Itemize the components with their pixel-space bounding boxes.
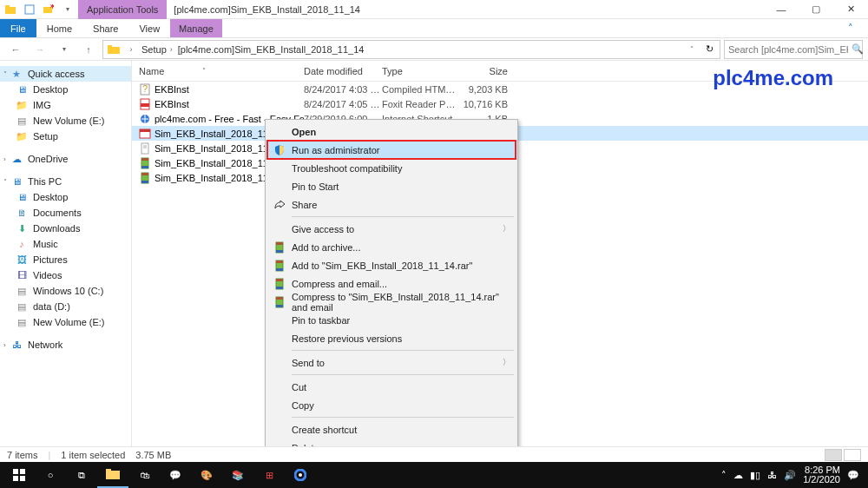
qat-dropdown-icon[interactable]: ▾ (59, 1, 76, 18)
ctx-cut[interactable]: Cut (267, 378, 516, 396)
up-button[interactable]: ↑ (78, 40, 99, 59)
explorer-icon[interactable] (97, 462, 128, 488)
file-icon (139, 98, 151, 110)
forward-button[interactable]: → (30, 40, 50, 59)
drive-icon: ▤ (16, 115, 28, 127)
tab-home[interactable]: Home (36, 19, 82, 37)
tray-expand-icon[interactable]: ˄ (721, 470, 727, 481)
ctx-troubleshoot-compatibility[interactable]: Troubleshoot compatibility (267, 159, 516, 177)
star-icon: ★ (10, 68, 23, 80)
chevron-right-icon[interactable]: › (124, 43, 138, 56)
svg-rect-35 (13, 469, 18, 474)
drive-icon: ▤ (16, 285, 28, 297)
chrome-icon[interactable] (285, 462, 316, 488)
nav-pc-desktop[interactable]: 🖥Desktop (0, 189, 131, 205)
tab-share[interactable]: Share (82, 19, 128, 37)
breadcrumb[interactable]: › Setup› [plc4me.com]Sim_EKB_Install_201… (102, 40, 720, 59)
ctx-add-to-sim-ekb-install-rar-[interactable]: Add to "Sim_EKB_Install_2018_11_14.rar" (267, 256, 516, 274)
sort-asc-icon: ˄ (202, 67, 206, 75)
file-icon: ? (139, 83, 151, 96)
minimize-button[interactable]: — (764, 0, 799, 19)
ctx-compress-to-sim-ekb-install-rar-and-email[interactable]: Compress to "Sim_EKB_Install_2018_11_14.… (267, 293, 516, 311)
view-icons-button[interactable] (844, 449, 861, 461)
share-icon (273, 198, 286, 212)
tab-view[interactable]: View (128, 19, 170, 37)
svg-rect-14 (141, 143, 148, 154)
nav-img[interactable]: 📁IMG (0, 97, 131, 113)
notifications-icon[interactable]: 💬 (847, 470, 859, 481)
ctx-copy[interactable]: Copy (267, 396, 516, 414)
close-button[interactable]: ✕ (833, 0, 868, 19)
paint-icon[interactable]: 🎨 (191, 462, 222, 488)
ctx-run-as-administrator[interactable]: Run as administrator (267, 141, 516, 159)
ctx-open[interactable]: Open (267, 122, 516, 141)
recent-dropdown-icon[interactable]: ▾ (54, 40, 75, 59)
nav-onedrive[interactable]: ›☁OneDrive (0, 151, 131, 167)
ctx-restore-previous-versions[interactable]: Restore previous versions (267, 329, 516, 347)
app1-icon[interactable]: ⊞ (253, 462, 285, 488)
svg-rect-39 (106, 471, 120, 479)
nav-drive-c[interactable]: ▤Windows 10 (C:) (0, 283, 131, 299)
ctx-give-access-to[interactable]: Give access to〉 (267, 220, 516, 238)
svg-rect-31 (276, 287, 283, 289)
nav-music[interactable]: ♪Music (0, 236, 131, 252)
search-input[interactable]: 🔍 (724, 40, 863, 59)
svg-rect-30 (276, 279, 283, 281)
music-icon: ♪ (16, 238, 28, 250)
tray-network-icon[interactable]: 🖧 (767, 470, 777, 480)
file-row[interactable]: EKBInst8/24/2017 4:05 PMFoxit Reader PDF… (132, 96, 868, 111)
ctx-pin-to-taskbar[interactable]: Pin to taskbar (267, 311, 516, 329)
nav-desktop[interactable]: 🖥Desktop (0, 82, 131, 97)
crumb-1[interactable]: [plc4me.com]Sim_EKB_Install_2018_11_14 (178, 44, 365, 55)
clock[interactable]: 8:26 PM1/2/2020 (803, 465, 840, 485)
store-icon[interactable]: 🛍 (128, 462, 160, 488)
chevron-right-icon: 〉 (503, 223, 510, 234)
nav-pictures[interactable]: 🖼Pictures (0, 252, 131, 267)
ribbon-expand-icon[interactable]: ˄ (833, 19, 868, 37)
cortana-icon[interactable]: ○ (35, 462, 66, 488)
nav-new-volume[interactable]: ▤New Volume (E:) (0, 113, 131, 129)
crumb-0[interactable]: Setup› (141, 44, 174, 55)
col-date[interactable]: Date modified (304, 66, 382, 76)
tab-file[interactable]: File (0, 19, 36, 37)
refresh-icon[interactable]: ↻ (702, 43, 716, 56)
ctx-compress-and-email-[interactable]: Compress and email... (267, 274, 516, 293)
tab-manage[interactable]: Manage (170, 19, 222, 37)
nav-documents[interactable]: 🗎Documents (0, 205, 131, 221)
start-button[interactable] (3, 462, 35, 488)
network-icon: 🖧 (10, 339, 23, 351)
tray-volume-icon[interactable]: 🔊 (784, 470, 796, 481)
nav-downloads[interactable]: ⬇Downloads (0, 221, 131, 236)
tray-onedrive-icon[interactable]: ☁ (733, 470, 743, 481)
qat-new-folder-icon[interactable]: ✶ (40, 1, 57, 18)
col-type[interactable]: Type (382, 66, 456, 76)
nav-this-pc[interactable]: ˅🖥This PC (0, 174, 131, 189)
snip-icon[interactable]: 📚 (222, 462, 253, 488)
context-tab-app-tools[interactable]: Application Tools (78, 0, 167, 19)
qat-properties-icon[interactable] (21, 1, 38, 18)
maximize-button[interactable]: ▢ (799, 0, 833, 19)
nav-drive-d[interactable]: ▤data (D:) (0, 299, 131, 314)
file-icon (139, 172, 151, 184)
col-name[interactable]: Name˄ (139, 66, 304, 76)
taskview-icon[interactable]: ⧉ (66, 462, 97, 488)
nav-setup[interactable]: 📁Setup (0, 129, 131, 144)
col-size[interactable]: Size (456, 66, 516, 76)
status-size: 3.75 MB (135, 450, 171, 460)
titlebar: ✶ ▾ Application Tools [plc4me.com]Sim_EK… (0, 0, 868, 19)
nav-network[interactable]: ›🖧Network (0, 337, 131, 353)
view-details-button[interactable] (825, 449, 842, 461)
pc-icon: 🖥 (10, 175, 23, 188)
ctx-add-to-archive-[interactable]: Add to archive... (267, 238, 516, 256)
tray-battery-icon[interactable]: ▮▯ (750, 470, 760, 481)
ctx-create-shortcut[interactable]: Create shortcut (267, 420, 516, 439)
mail-icon[interactable]: 💬 (160, 462, 191, 488)
address-dropdown-icon[interactable]: ˅ (685, 43, 699, 56)
ctx-pin-to-start[interactable]: Pin to Start (267, 177, 516, 195)
nav-quick-access[interactable]: ˅★Quick access (0, 66, 131, 82)
back-button[interactable]: ← (5, 40, 26, 59)
ctx-send-to[interactable]: Send to〉 (267, 353, 516, 372)
nav-drive-e[interactable]: ▤New Volume (E:) (0, 314, 131, 330)
ctx-share[interactable]: Share (267, 195, 516, 214)
nav-videos[interactable]: 🎞Videos (0, 267, 131, 283)
